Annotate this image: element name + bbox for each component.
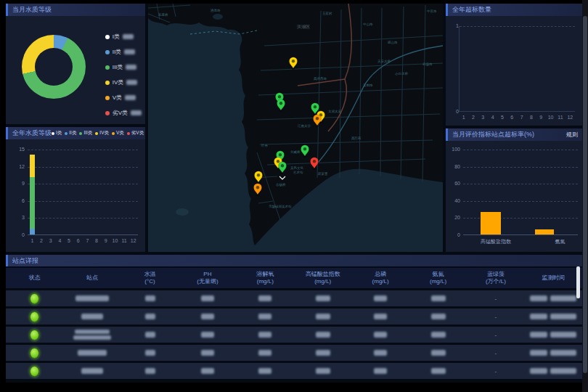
cell-value bbox=[294, 368, 351, 374]
cell-value bbox=[179, 368, 236, 374]
masked-value bbox=[258, 314, 271, 319]
table-header: 状态站点水温(°C)PH(无量纲)溶解氧(mg/L)高锰酸盐指数(mg/L)总磷… bbox=[6, 268, 582, 288]
gridline bbox=[28, 150, 138, 150]
map-label: 艺术馆 bbox=[293, 171, 303, 174]
legend-value-masked bbox=[125, 95, 136, 100]
legend-item[interactable]: III类 bbox=[105, 62, 142, 72]
masked-value bbox=[374, 314, 387, 319]
stacked-bar-segment[interactable] bbox=[30, 177, 35, 229]
rules-link[interactable]: 规则 bbox=[566, 131, 578, 139]
masked-value bbox=[374, 332, 387, 338]
map-label: 北臧桥 bbox=[290, 150, 301, 154]
axis-tick-label: 100 bbox=[443, 147, 460, 152]
legend-dot bbox=[105, 81, 110, 85]
cell-time bbox=[525, 295, 582, 301]
map-label: 滨湖区 bbox=[297, 24, 310, 29]
table-scrollbar-thumb[interactable] bbox=[576, 266, 580, 298]
legend-item[interactable]: I类 bbox=[105, 32, 142, 41]
table-body: ----- bbox=[6, 290, 582, 379]
panel-title: 全年超标数量 bbox=[452, 5, 491, 15]
page-scrollbar[interactable] bbox=[582, 0, 588, 392]
cell-status bbox=[6, 330, 63, 340]
page-scrollbar-thumb[interactable] bbox=[583, 16, 587, 373]
map-label: 高巨苑 bbox=[351, 136, 362, 140]
legend-item[interactable]: III类 bbox=[79, 130, 92, 136]
legend-label: 劣V类 bbox=[131, 130, 144, 136]
table-row[interactable]: - bbox=[6, 363, 582, 379]
masked-value bbox=[258, 332, 271, 338]
legend-label: III类 bbox=[83, 130, 92, 136]
stacked-bar-segment[interactable] bbox=[30, 229, 35, 234]
masked-text bbox=[73, 335, 111, 340]
column-header: 站点 bbox=[63, 274, 121, 282]
legend-label: IV类 bbox=[113, 78, 124, 86]
cell-value bbox=[409, 368, 467, 374]
rate-bar[interactable] bbox=[535, 229, 554, 234]
panel-title: 当月评价指标站点超标率(%) bbox=[452, 130, 534, 139]
cell-value bbox=[351, 295, 409, 301]
axis-tick-label: 80 bbox=[443, 164, 460, 169]
cell-value bbox=[179, 332, 236, 338]
table-row[interactable]: - bbox=[6, 290, 582, 306]
table-row[interactable]: - bbox=[6, 345, 582, 361]
rate-bar[interactable] bbox=[481, 212, 501, 234]
legend-item[interactable]: II类 bbox=[65, 130, 76, 136]
masked-time bbox=[550, 350, 576, 356]
legend-item[interactable]: I类 bbox=[52, 130, 62, 136]
status-dot-normal bbox=[30, 330, 39, 340]
axis-tick-label: 9 bbox=[101, 238, 110, 243]
axis-tick-label: 12 bbox=[7, 164, 25, 169]
axis-tick-label: 0 bbox=[7, 232, 25, 237]
rate-plot bbox=[463, 150, 578, 235]
donut-ring[interactable] bbox=[22, 35, 86, 99]
exceed-plot bbox=[459, 26, 575, 112]
masked-text bbox=[81, 368, 103, 374]
column-header: 总磷(mg/L) bbox=[351, 271, 409, 285]
time-masked bbox=[530, 368, 576, 374]
algae-value: - bbox=[495, 368, 497, 375]
map-label: 薛家里 bbox=[318, 172, 328, 176]
axis-tick-label: 11 bbox=[555, 115, 565, 120]
legend-label: II类 bbox=[69, 130, 76, 136]
panel-exceed-count: 全年超标数量 10 123456789101112 bbox=[446, 4, 582, 126]
stacked-bar-segment[interactable] bbox=[30, 155, 35, 177]
yearly-xticks: 123456789101112 bbox=[28, 238, 138, 243]
legend-label: V类 bbox=[113, 94, 122, 102]
legend-item[interactable]: 劣V类 bbox=[127, 130, 144, 136]
legend-label: 劣V类 bbox=[113, 109, 128, 117]
column-header: 蓝绿藻(万个/L) bbox=[467, 271, 524, 285]
algae-value: - bbox=[495, 332, 497, 338]
column-header: 高锰酸盐指数(mg/L) bbox=[294, 271, 351, 285]
panel-exceed-header: 全年超标数量 bbox=[446, 4, 582, 16]
map-island bbox=[176, 208, 189, 216]
cell-status bbox=[6, 293, 63, 304]
masked-time bbox=[550, 314, 576, 319]
legend-dot bbox=[105, 96, 110, 100]
masked-value bbox=[316, 295, 330, 301]
legend-dot bbox=[112, 132, 115, 135]
map-label: 无锡硅湖美术馆 bbox=[269, 204, 292, 208]
panel-title: 当月水质等级 bbox=[12, 5, 52, 15]
status-dot-normal bbox=[30, 293, 39, 304]
column-name: 状态 bbox=[6, 274, 63, 282]
legend-item[interactable]: II类 bbox=[105, 47, 142, 57]
map-svg: 石庞桥渔港路五星村滨湖区中山路观山路中直路天安大桥机场路小白洋桥高浪西路吴都路太… bbox=[148, 4, 443, 252]
legend-item[interactable]: 劣V类 bbox=[105, 108, 142, 118]
cell-status bbox=[6, 348, 63, 359]
column-unit: (mg/L) bbox=[237, 278, 294, 285]
map[interactable]: 石庞桥渔港路五星村滨湖区中山路观山路中直路天安大桥机场路小白洋桥高浪西路吴都路太… bbox=[148, 4, 443, 252]
table-row[interactable]: - bbox=[6, 327, 582, 343]
table-row[interactable]: - bbox=[6, 309, 582, 324]
masked-date bbox=[530, 350, 547, 356]
axis-tick-label: 40 bbox=[443, 198, 460, 203]
legend-label: III类 bbox=[113, 63, 123, 71]
gridline bbox=[28, 201, 138, 202]
legend-item[interactable]: V类 bbox=[112, 130, 124, 136]
legend-item[interactable]: IV类 bbox=[95, 130, 109, 136]
time-masked bbox=[530, 295, 576, 301]
legend-dot bbox=[95, 132, 98, 135]
legend-item[interactable]: V类 bbox=[105, 93, 142, 102]
status-dot-normal bbox=[30, 311, 39, 322]
legend-item[interactable]: IV类 bbox=[105, 78, 142, 87]
axis-tick-label: 8 bbox=[526, 115, 536, 120]
